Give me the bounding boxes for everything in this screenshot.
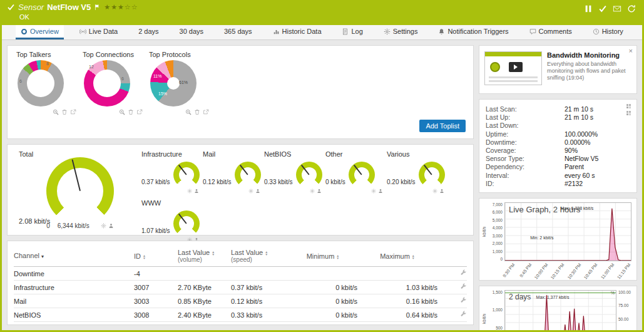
toplist-top-protocols: Top Protocols 61% 15% 11% — [149, 51, 209, 133]
tab-365-days[interactable]: 365 days — [219, 25, 257, 39]
gear-icon[interactable] — [248, 189, 253, 194]
max-annotation: Max: 6,338 kbit/s — [560, 206, 593, 210]
max-annotation: Max: 1,377 kbit/s — [536, 295, 570, 299]
sensor-header: Sensor NetFlow V5 ★★★☆☆ OK — [2, 0, 642, 25]
col-last-value-speed[interactable]: Last Value▲▼(speed) — [231, 249, 289, 264]
zoom-icon[interactable] — [119, 109, 125, 115]
gear-icon[interactable] — [371, 189, 376, 194]
sort-icon: ▲▼ — [265, 251, 268, 256]
sensor-title[interactable]: NetFlow V5 — [47, 3, 91, 12]
col-last-value-volume[interactable]: Last Value▲▼(volume) — [178, 249, 231, 264]
tab-settings[interactable]: Settings — [379, 25, 423, 39]
video-description: Everything about bandwidth monitoring wi… — [547, 61, 631, 81]
live-graph-panel[interactable]: kbit/s 7,0006,000 5,0004,000 3,0002,000 … — [479, 198, 637, 281]
delete-icon[interactable] — [194, 109, 200, 115]
top-connections-donut-chart[interactable]: 12 6 — [84, 60, 130, 106]
tab-comments[interactable]: Comments — [524, 25, 577, 39]
delete-icon[interactable] — [128, 109, 134, 115]
open-toplist-icon[interactable] — [136, 109, 143, 115]
sort-icon: ▲▼ — [336, 254, 339, 259]
top-protocols-donut-chart[interactable]: 61% 15% 11% — [150, 60, 197, 106]
sort-icon: ▲▼ — [412, 254, 415, 259]
video-title[interactable]: Bandwidth Monitoring — [547, 51, 631, 59]
tab-history[interactable]: History — [588, 25, 628, 39]
video-thumbnail[interactable] — [484, 51, 542, 85]
user-icon[interactable] — [194, 189, 199, 194]
gear-icon[interactable] — [310, 189, 315, 194]
live-graph-plot[interactable]: Live Graph, 2 hours Max: 6,338 kbit/s Mi… — [504, 202, 631, 261]
channel-gauge[interactable] — [349, 162, 375, 188]
pause-icon[interactable] — [584, 4, 593, 13]
priority-stars[interactable]: ★★★☆☆ — [104, 3, 138, 11]
table-row-infrastructure[interactable]: Infrastructure 3007 2.70 KByte 0.37 kbit… — [14, 281, 467, 294]
channel-gauge[interactable] — [173, 210, 200, 237]
gauge-other: Other 0 kbit/s — [325, 145, 387, 194]
qr-code-icon[interactable] — [626, 110, 631, 116]
user-icon[interactable] — [317, 189, 322, 194]
tab-notification-triggers[interactable]: Notification Triggers — [433, 25, 513, 39]
wrench-icon[interactable] — [460, 297, 467, 304]
channel-gauges: Infrastructure 0.37 kbit/s Mail 0.12 kbi… — [141, 145, 469, 242]
history-icon — [593, 28, 600, 35]
qr-code-icon[interactable] — [626, 103, 631, 109]
tab-log[interactable]: Log — [337, 25, 367, 39]
donut-label: 61% — [179, 80, 188, 85]
email-icon[interactable] — [613, 4, 621, 13]
gear-icon[interactable] — [432, 189, 437, 194]
detail-row: ID:#2132 — [486, 180, 630, 188]
tab-overview[interactable]: Overview — [16, 25, 64, 39]
tab-2-days[interactable]: 2 days — [133, 25, 163, 39]
total-gauge[interactable] — [46, 157, 114, 225]
wrench-icon[interactable] — [460, 283, 467, 290]
donut-label: 6 — [121, 76, 124, 81]
two-days-graph-panel[interactable]: kbit/s 1,5001,000 5000 2 days Max: 1,377… — [479, 286, 637, 330]
table-row-downtime[interactable]: Downtime -4 — [14, 267, 467, 281]
gear-icon[interactable] — [101, 223, 106, 229]
tab-historic-data[interactable]: Historic Data — [268, 25, 327, 39]
acknowledge-icon[interactable] — [598, 4, 607, 13]
toplist-top-talkers: Top Talkers 6 8 — [16, 51, 76, 133]
channel-gauge[interactable] — [173, 162, 200, 188]
detail-row: Downtime:0.0000% — [486, 138, 630, 147]
wrench-icon[interactable] — [460, 311, 467, 318]
channel-gauge[interactable] — [235, 162, 261, 188]
channel-gauge[interactable] — [296, 162, 322, 188]
y-axis-label: kbit/s — [482, 290, 488, 330]
gauges-panel: Total 2.08 kbit/s 0 6,344 kbit/s Infrast… — [7, 144, 474, 236]
open-toplist-icon[interactable] — [70, 109, 76, 115]
gauge-needle — [71, 159, 80, 191]
close-icon[interactable]: × — [629, 47, 633, 54]
table-row-netbios[interactable]: NetBIOS 3008 2.40 KByte 0.33 kbit/s 0 kb… — [14, 308, 467, 322]
delete-icon[interactable] — [61, 109, 68, 115]
play-button[interactable] — [509, 62, 523, 72]
wrench-icon[interactable] — [460, 269, 467, 276]
refresh-icon[interactable] — [627, 4, 636, 13]
add-toplist-button[interactable]: Add Toplist — [419, 120, 466, 132]
tab-live-data[interactable]: Live Data — [74, 25, 123, 39]
user-icon[interactable] — [108, 223, 114, 229]
top-talkers-donut-chart[interactable]: 6 8 — [18, 60, 64, 106]
sensor-identity: Sensor NetFlow V5 ★★★☆☆ OK — [7, 3, 138, 24]
user-icon[interactable] — [439, 189, 444, 194]
col-channel[interactable]: Channel▾ — [14, 252, 134, 261]
gear-icon[interactable] — [187, 189, 192, 194]
tab-30-days[interactable]: 30 days — [175, 25, 209, 39]
user-icon[interactable] — [255, 189, 260, 194]
table-row-mail[interactable]: Mail 3003 0.85 KByte 0.12 kbit/s 0 kbit/… — [14, 294, 467, 308]
header-toolbar — [584, 3, 636, 24]
col-minimum[interactable]: Minimum▲▼ — [289, 252, 357, 260]
y-axis-ticks: 1,5001,000 5000 — [488, 290, 504, 330]
channel-gauge[interactable] — [419, 162, 445, 188]
zoom-icon[interactable] — [185, 109, 192, 115]
flag-icon[interactable] — [94, 4, 101, 11]
open-toplist-icon[interactable] — [203, 109, 209, 115]
sensor-details-panel: Last Scan:21 m 10 s Last Up:21 m 10 s La… — [479, 99, 637, 193]
user-icon[interactable] — [378, 189, 383, 194]
table-row-other[interactable]: Other 3005 0 KByte 0 kbit/s 0 kbit/s 0 k… — [14, 322, 467, 325]
two-days-graph-plot[interactable]: 2 days Max: 1,377 kbit/s % — [504, 290, 616, 330]
zoom-icon[interactable] — [53, 109, 59, 115]
col-maximum[interactable]: Maximum▲▼ — [357, 252, 437, 260]
wrench-icon[interactable] — [460, 324, 467, 325]
total-gauge-value: 2.08 kbit/s — [19, 217, 50, 225]
col-id[interactable]: ID▲▼ — [134, 252, 178, 260]
